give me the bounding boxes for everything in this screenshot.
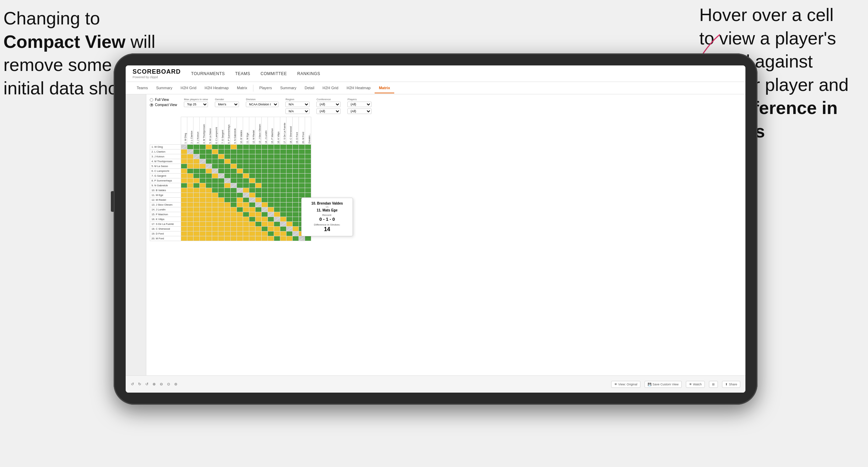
matrix-cell-14-7[interactable] [218,207,224,212]
matrix-cell-10-10[interactable] [237,188,243,193]
filter-region-select-2[interactable]: N/A [285,108,310,114]
matrix-cell-8-21[interactable] [305,178,311,183]
matrix-cell-16-3[interactable] [194,217,200,222]
matrix-cell-10-16[interactable] [274,188,280,193]
matrix-cell-3-17[interactable] [280,154,286,159]
matrix-cell-19-17[interactable] [280,231,286,236]
matrix-cell-8-8[interactable] [224,178,231,183]
matrix-cell-12-3[interactable] [194,198,200,203]
matrix-cell-12-7[interactable] [218,198,224,203]
sub-nav-h2h-grid-right[interactable]: H2H Grid [318,83,343,93]
matrix-cell-19-11[interactable] [243,231,249,236]
matrix-cell-13-11[interactable] [243,203,249,207]
matrix-cell-14-17[interactable] [280,207,286,212]
matrix-cell-16-5[interactable] [206,217,212,222]
matrix-cell-12-16[interactable] [274,198,280,203]
matrix-cell-6-8[interactable] [224,169,231,174]
matrix-cell-10-5[interactable] [206,188,212,193]
matrix-cell-15-18[interactable] [286,212,293,217]
matrix-cell-12-13[interactable] [255,198,262,203]
matrix-cell-20-5[interactable] [206,236,212,241]
matrix-cell-10-2[interactable] [187,188,194,193]
matrix-cell-20-20[interactable] [299,236,305,241]
filter-region-select-1[interactable]: N/A [285,102,310,107]
matrix-cell-9-3[interactable] [194,183,200,188]
matrix-cell-16-7[interactable] [218,217,224,222]
matrix-cell-6-3[interactable] [194,169,200,174]
matrix-cell-1-17[interactable] [280,145,286,149]
matrix-cell-6-2[interactable] [187,169,194,174]
matrix-cell-15-11[interactable] [243,212,249,217]
matrix-cell-13-4[interactable] [200,203,206,207]
matrix-cell-10-3[interactable] [194,188,200,193]
matrix-cell-7-17[interactable] [280,174,286,178]
matrix-cell-8-7[interactable] [218,178,224,183]
matrix-cell-18-7[interactable] [218,227,224,231]
matrix-cell-9-7[interactable] [218,183,224,188]
matrix-cell-5-2[interactable] [187,164,194,169]
matrix-cell-20-14[interactable] [262,236,268,241]
matrix-cell-18-9[interactable] [231,227,237,231]
matrix-cell-10-19[interactable] [293,188,299,193]
search-icon[interactable]: ⊕ [153,382,156,386]
sub-nav-summary-right[interactable]: Summary [276,83,301,93]
compact-view-radio-row[interactable]: Compact View [150,103,177,107]
nav-tournaments[interactable]: TOURNAMENTS [191,70,225,77]
matrix-cell-7-13[interactable] [255,174,262,178]
matrix-cell-19-2[interactable] [187,231,194,236]
matrix-cell-7-4[interactable] [200,174,206,178]
matrix-cell-20-2[interactable] [187,236,194,241]
matrix-cell-11-20[interactable] [299,193,305,198]
matrix-cell-9-21[interactable] [305,183,311,188]
matrix-cell-11-18[interactable] [286,193,293,198]
matrix-cell-12-18[interactable] [286,198,293,203]
matrix-cell-12-8[interactable] [224,198,231,203]
matrix-cell-15-14[interactable] [262,212,268,217]
matrix-cell-15-12[interactable] [249,212,255,217]
matrix-cell-9-2[interactable] [187,183,194,188]
matrix-cell-6-18[interactable] [286,169,293,174]
matrix-cell-5-17[interactable] [280,164,286,169]
matrix-cell-13-5[interactable] [206,203,212,207]
matrix-cell-9-4[interactable] [200,183,206,188]
matrix-cell-13-6[interactable] [212,203,218,207]
matrix-cell-3-21[interactable] [305,154,311,159]
matrix-cell-7-21[interactable] [305,174,311,178]
matrix-cell-1-8[interactable] [224,145,231,149]
matrix-cell-19-14[interactable] [262,231,268,236]
matrix-cell-17-8[interactable] [224,222,231,227]
matrix-cell-15-19[interactable] [293,212,299,217]
matrix-cell-2-19[interactable] [293,149,299,154]
matrix-cell-19-7[interactable] [218,231,224,236]
filter-players-select-1[interactable]: (All) [347,102,372,107]
matrix-cell-18-17[interactable] [280,227,286,231]
matrix-cell-2-2[interactable] [187,149,194,154]
matrix-cell-19-3[interactable] [194,231,200,236]
matrix-cell-13-9[interactable] [231,203,237,207]
watch-btn[interactable]: 👁 Watch [686,381,705,388]
matrix-cell-9-9[interactable] [231,183,237,188]
matrix-cell-5-5[interactable] [206,164,212,169]
matrix-cell-20-6[interactable] [212,236,218,241]
matrix-cell-9-19[interactable] [293,183,299,188]
filter-gender-select[interactable]: Men's [215,102,239,107]
matrix-cell-1-12[interactable] [249,145,255,149]
matrix-cell-3-1[interactable] [181,154,187,159]
matrix-cell-19-5[interactable] [206,231,212,236]
matrix-cell-11-3[interactable] [194,193,200,198]
matrix-cell-1-20[interactable] [299,145,305,149]
matrix-cell-1-13[interactable] [255,145,262,149]
matrix-cell-10-4[interactable] [200,188,206,193]
matrix-cell-5-21[interactable] [305,164,311,169]
matrix-cell-14-6[interactable] [212,207,218,212]
matrix-cell-9-12[interactable] [249,183,255,188]
matrix-cell-9-11[interactable] [243,183,249,188]
clock-icon[interactable]: ⊚ [174,382,177,386]
matrix-cell-10-14[interactable] [262,188,268,193]
matrix-cell-5-20[interactable] [299,164,305,169]
matrix-cell-14-12[interactable] [249,207,255,212]
matrix-cell-16-4[interactable] [200,217,206,222]
matrix-cell-20-10[interactable] [237,236,243,241]
sub-nav-h2h-heatmap[interactable]: H2H Heatmap [200,83,233,93]
matrix-cell-17-4[interactable] [200,222,206,227]
